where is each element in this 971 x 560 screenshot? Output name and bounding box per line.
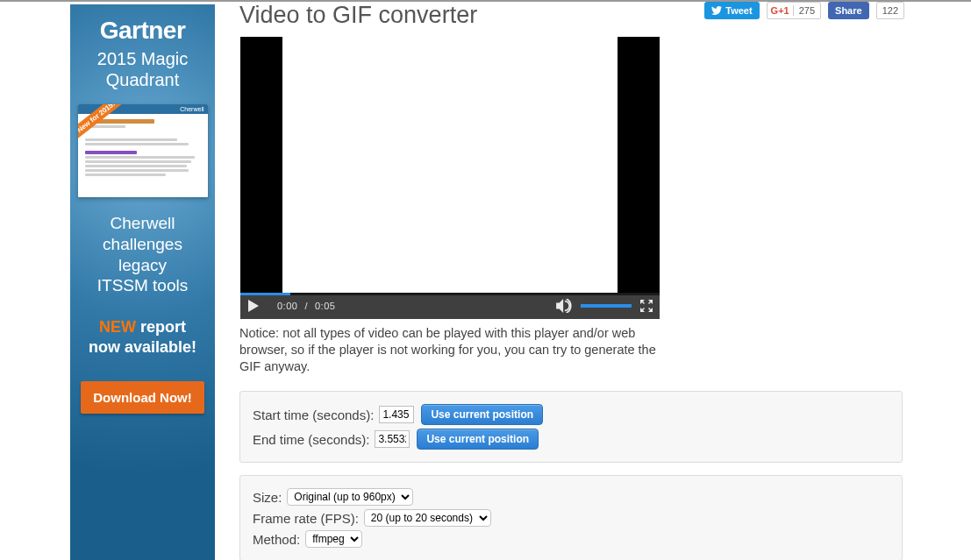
method-label: Method: (253, 532, 300, 547)
video-time-sep: / (304, 301, 308, 311)
fb-share-button[interactable]: Share (828, 2, 869, 19)
gplus-button[interactable]: G+1 275 (767, 2, 821, 19)
fullscreen-icon[interactable] (640, 300, 653, 312)
size-select[interactable]: Original (up to 960px) (287, 488, 413, 506)
video-controls: 0:00 / 0:05 (240, 293, 660, 319)
time-panel: Start time (seconds): Use current positi… (239, 391, 903, 463)
end-time-label: End time (seconds): (253, 432, 369, 447)
fb-count-pill: 122 (876, 2, 904, 19)
ad-thumbnail: New for 2015! Cherwell (78, 104, 208, 197)
volume-icon[interactable] (556, 299, 572, 313)
fb-count: 122 (877, 5, 903, 16)
video-current-time: 0:00 (277, 301, 297, 311)
ad-subtitle-1: 2015 Magic (97, 48, 188, 69)
ad-text-2: challenges (103, 234, 182, 255)
play-icon[interactable] (247, 300, 260, 312)
use-current-end-button[interactable]: Use current position (417, 429, 539, 450)
tweet-button[interactable]: Tweet (704, 2, 759, 19)
video-letterbox-right (618, 37, 660, 293)
ad-text-4: ITSSM tools (97, 275, 188, 296)
ad-text-3: legacy (118, 255, 167, 276)
ad-new-report: NEW report now available! (89, 317, 196, 358)
fps-label: Frame rate (FPS): (253, 511, 359, 526)
end-time-input[interactable] (375, 430, 410, 448)
social-share-row: Tweet G+1 275 Share 122 (704, 2, 904, 19)
download-now-button[interactable]: Download Now! (81, 381, 204, 414)
ad-title: Gartner (100, 17, 186, 45)
tweet-label: Tweet (725, 5, 752, 16)
volume-slider[interactable] (581, 304, 632, 308)
fb-share-label: Share (835, 5, 862, 16)
video-player[interactable]: 0:00 / 0:05 (239, 36, 660, 320)
gplus-count: 275 (794, 5, 820, 16)
fps-select[interactable]: 20 (up to 20 seconds) (364, 509, 491, 527)
video-letterbox-left (240, 37, 282, 293)
video-progress-bar[interactable] (240, 293, 660, 295)
start-time-input[interactable] (379, 406, 414, 423)
options-panel: Size: Original (up to 960px) Frame rate … (239, 475, 903, 560)
method-select[interactable]: ffmpeg (305, 530, 362, 548)
ad-new-label: NEW (99, 318, 136, 336)
ad-text-1: Cherwell (111, 213, 175, 234)
player-notice: Notice: not all types of video can be pl… (239, 325, 660, 375)
ad-report-2: now available! (89, 338, 196, 356)
gplus-label: G+1 (768, 5, 794, 16)
use-current-start-button[interactable]: Use current position (421, 404, 543, 425)
start-time-label: Start time (seconds): (253, 408, 374, 422)
ad-subtitle-2: Quadrant (106, 69, 179, 90)
sidebar-ad[interactable]: Gartner 2015 Magic Quadrant New for 2015… (70, 4, 215, 560)
video-duration: 0:05 (315, 301, 335, 311)
size-label: Size: (253, 490, 282, 505)
ad-report-1: report (140, 318, 186, 336)
twitter-icon (711, 6, 722, 15)
